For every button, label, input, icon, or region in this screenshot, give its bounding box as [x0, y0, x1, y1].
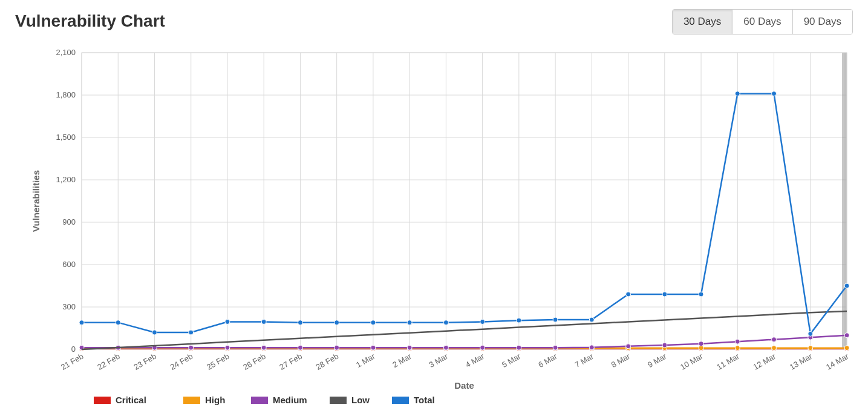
data-point[interactable] — [371, 345, 376, 350]
x-tick-label: 2 Mar — [391, 351, 413, 369]
svg-text:Total: Total — [414, 395, 435, 405]
range-button-group: 30 Days60 Days90 Days — [672, 9, 853, 35]
svg-text:Critical: Critical — [116, 395, 146, 405]
y-tick-label: 300 — [62, 302, 76, 311]
data-point[interactable] — [735, 339, 740, 344]
y-tick-label: 2,100 — [56, 48, 76, 57]
data-point[interactable] — [116, 320, 120, 325]
data-point[interactable] — [844, 346, 849, 351]
range-button-90days[interactable]: 90 Days — [793, 10, 852, 34]
data-point[interactable] — [844, 333, 849, 338]
x-tick-label: 4 Mar — [464, 351, 486, 369]
x-tick-label: 3 Mar — [428, 351, 450, 369]
data-point[interactable] — [662, 343, 667, 348]
data-point[interactable] — [334, 320, 339, 325]
x-tick-label: 6 Mar — [537, 351, 559, 369]
data-point[interactable] — [407, 320, 412, 325]
x-tick-label: 25 Feb — [205, 352, 231, 372]
y-axis-label: Vulnerabilities — [31, 170, 41, 232]
x-tick-label: 10 Mar — [679, 351, 705, 372]
x-tick-label: 13 Mar — [788, 351, 814, 372]
data-point[interactable] — [189, 345, 194, 350]
x-tick-label: 27 Feb — [278, 352, 304, 372]
x-tick-label: 26 Feb — [241, 352, 267, 372]
x-tick-label: 24 Feb — [169, 352, 195, 372]
svg-rect-41 — [392, 397, 409, 404]
x-tick-label: 8 Mar — [610, 351, 632, 369]
y-tick-label: 1,800 — [56, 90, 76, 99]
x-tick-label: 23 Feb — [132, 352, 158, 372]
legend-item-critical[interactable]: Critical — [94, 395, 146, 405]
data-point[interactable] — [225, 320, 230, 325]
data-point[interactable] — [662, 292, 667, 297]
svg-rect-33 — [94, 397, 111, 404]
data-point[interactable] — [735, 91, 740, 96]
data-point[interactable] — [443, 345, 448, 350]
data-point[interactable] — [553, 317, 558, 322]
data-point[interactable] — [517, 345, 521, 350]
data-point[interactable] — [334, 345, 339, 350]
data-point[interactable] — [443, 320, 448, 325]
data-point[interactable] — [480, 320, 485, 325]
y-tick-label: 900 — [62, 217, 76, 226]
y-tick-label: 1,200 — [56, 175, 76, 184]
x-tick-label: 21 Feb — [59, 352, 85, 372]
x-tick-label: 5 Mar — [500, 351, 523, 369]
data-point[interactable] — [553, 345, 558, 350]
data-point[interactable] — [772, 346, 777, 351]
legend-item-low[interactable]: Low — [330, 395, 370, 405]
legend-item-total[interactable]: Total — [392, 395, 435, 405]
data-point[interactable] — [298, 320, 302, 325]
data-point[interactable] — [626, 344, 631, 349]
x-tick-label: 9 Mar — [646, 351, 668, 369]
svg-rect-31 — [842, 53, 847, 349]
data-point[interactable] — [407, 345, 412, 350]
x-tick-label: 22 Feb — [96, 352, 122, 372]
x-tick-label: 11 Mar — [715, 351, 741, 372]
y-tick-label: 600 — [62, 260, 76, 269]
range-button-30days[interactable]: 30 Days — [673, 10, 733, 34]
data-point[interactable] — [699, 341, 703, 346]
data-point[interactable] — [298, 345, 302, 350]
x-tick-label: 1 Mar — [354, 351, 377, 369]
svg-rect-32 — [82, 53, 847, 349]
x-tick-label: 12 Mar — [751, 351, 777, 372]
vulnerability-chart: 03006009001,2001,5001,8002,100Vulnerabil… — [15, 41, 853, 416]
series-line-total — [82, 94, 847, 334]
data-point[interactable] — [844, 283, 849, 288]
x-tick-label: 7 Mar — [573, 351, 596, 369]
data-point[interactable] — [517, 318, 521, 323]
range-button-60days[interactable]: 60 Days — [733, 10, 792, 34]
legend-item-medium[interactable]: Medium — [251, 395, 307, 405]
series-line-medium — [82, 335, 847, 348]
x-axis-label: Date — [454, 380, 474, 391]
data-point[interactable] — [371, 320, 376, 325]
y-tick-label: 1,500 — [56, 133, 76, 142]
data-point[interactable] — [735, 346, 740, 351]
data-point[interactable] — [261, 345, 266, 350]
svg-text:High: High — [205, 395, 225, 405]
data-point[interactable] — [225, 345, 230, 350]
page-title: Vulnerability Chart — [15, 9, 165, 31]
svg-text:Low: Low — [351, 395, 370, 405]
y-tick-label: 0 — [71, 345, 76, 354]
data-point[interactable] — [772, 337, 777, 342]
svg-rect-39 — [330, 397, 347, 404]
x-tick-label: 14 Mar — [824, 351, 850, 372]
data-point[interactable] — [808, 346, 813, 351]
data-point[interactable] — [189, 330, 194, 335]
svg-rect-35 — [183, 397, 200, 404]
data-point[interactable] — [261, 320, 266, 325]
legend-item-high[interactable]: High — [183, 395, 225, 405]
svg-rect-37 — [251, 397, 268, 404]
data-point[interactable] — [152, 330, 157, 335]
data-point[interactable] — [772, 91, 777, 96]
data-point[interactable] — [808, 331, 813, 336]
data-point[interactable] — [589, 317, 594, 322]
x-tick-label: 28 Feb — [315, 352, 341, 372]
data-point[interactable] — [589, 345, 594, 350]
data-point[interactable] — [480, 345, 485, 350]
data-point[interactable] — [626, 292, 631, 297]
data-point[interactable] — [699, 292, 703, 297]
data-point[interactable] — [79, 320, 84, 325]
